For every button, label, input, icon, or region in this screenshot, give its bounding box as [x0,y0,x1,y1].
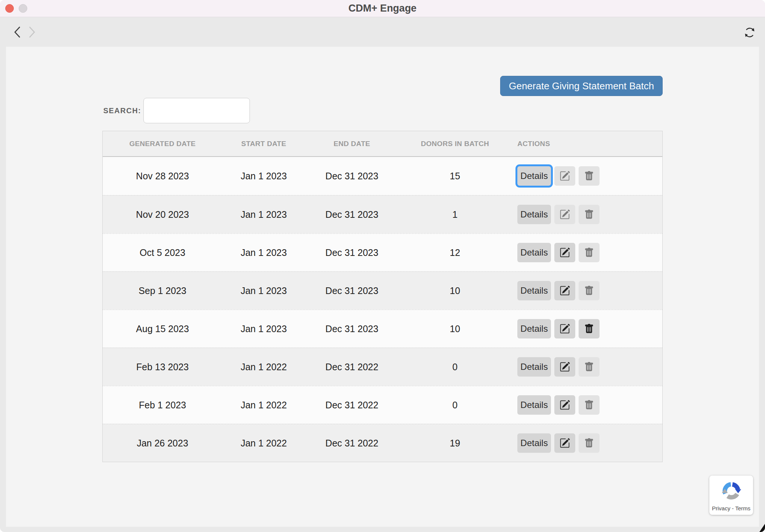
cell-start-date: Jan 1 2022 [222,400,305,411]
cell-end-date: Dec 31 2023 [305,247,399,258]
edit-button[interactable] [554,243,575,262]
details-button[interactable]: Details [517,357,551,377]
recaptcha-privacy-terms-links[interactable]: Privacy - Terms [712,505,750,511]
edit-button[interactable] [554,395,575,415]
cell-start-date: Jan 1 2023 [222,285,305,296]
cell-donors-in-batch: 15 [399,171,511,182]
table-row: Aug 15 2023Jan 1 2023Dec 31 202310Detail… [103,309,662,347]
navigation-toolbar [0,17,765,47]
cell-donors-in-batch: 10 [399,324,511,334]
edit-icon [560,438,570,448]
window-minimize-button[interactable] [19,4,27,13]
cell-generated-date: Aug 15 2023 [103,324,222,334]
delete-button[interactable] [579,243,600,262]
recaptcha-icon [721,480,742,502]
cell-donors-in-batch: 12 [399,247,511,258]
cell-donors-in-batch: 1 [399,209,511,220]
refresh-button[interactable] [743,25,757,40]
trash-icon [584,286,594,296]
table-row: Jan 26 2023Jan 1 2022Dec 31 202219Detail… [103,424,662,462]
cell-generated-date: Jan 26 2023 [103,438,222,449]
back-button[interactable] [12,25,23,40]
cell-start-date: Jan 1 2022 [222,438,305,449]
cell-actions: Details [511,205,662,224]
column-header-generated-date: GENERATED DATE [103,140,222,148]
details-button[interactable]: Details [517,319,551,338]
app-window: CDM+ Engage Generate Giving Statement Ba… [0,0,765,532]
cell-end-date: Dec 31 2023 [305,209,399,220]
cell-actions: Details [511,433,662,453]
edit-button[interactable] [554,281,575,300]
search-input[interactable] [143,98,250,123]
delete-button[interactable] [579,395,600,415]
window-close-button[interactable] [5,4,14,13]
edit-icon [560,247,570,258]
details-button[interactable]: Details [517,243,551,262]
cell-actions: Details [511,395,662,415]
cell-generated-date: Nov 20 2023 [103,209,222,220]
cell-end-date: Dec 31 2023 [305,171,399,182]
cell-end-date: Dec 31 2022 [305,362,399,372]
edit-icon [560,324,570,334]
delete-button[interactable] [579,205,600,224]
cell-actions: Details [511,281,662,300]
forward-button[interactable] [26,25,37,40]
cell-start-date: Jan 1 2022 [222,362,305,372]
cell-generated-date: Sep 1 2023 [103,285,222,296]
details-button[interactable]: Details [517,395,551,415]
details-button[interactable]: Details [517,166,551,186]
edit-button[interactable] [554,205,575,224]
delete-button[interactable] [579,281,600,300]
table-body: Nov 28 2023Jan 1 2023Dec 31 202315Detail… [103,157,662,462]
cell-donors-in-batch: 19 [399,438,511,449]
delete-button[interactable] [579,433,600,453]
search-label: SEARCH: [102,106,141,115]
edit-icon [560,362,570,372]
delete-button[interactable] [579,166,600,186]
trash-icon [584,362,594,372]
chevron-left-icon [15,27,20,37]
window-titlebar: CDM+ Engage [0,0,765,17]
cell-generated-date: Feb 13 2023 [103,362,222,372]
table-row: Feb 1 2023Jan 1 2022Dec 31 20220Details [103,386,662,424]
edit-button[interactable] [554,319,575,338]
cell-start-date: Jan 1 2023 [222,247,305,258]
details-button[interactable]: Details [517,281,551,300]
content-panel: Generate Giving Statement Batch SEARCH: … [6,47,759,527]
table-header-row: GENERATED DATE START DATE END DATE DONOR… [103,131,662,157]
cell-donors-in-batch: 0 [399,400,511,411]
trash-icon [584,210,594,219]
chevron-right-icon [30,27,34,37]
resize-cursor-artifact [759,524,765,532]
cell-end-date: Dec 31 2022 [305,438,399,449]
delete-button[interactable] [579,319,600,338]
table-row: Feb 13 2023Jan 1 2022Dec 31 20220Details [103,347,662,386]
trash-icon [584,400,594,410]
trash-icon [584,248,594,257]
details-button[interactable]: Details [517,205,551,224]
giving-statement-batches-table: GENERATED DATE START DATE END DATE DONOR… [102,131,663,462]
edit-icon [560,171,570,181]
column-header-actions: ACTIONS [511,140,662,148]
cell-generated-date: Nov 28 2023 [103,171,222,182]
cell-start-date: Jan 1 2023 [222,324,305,334]
table-row: Oct 5 2023Jan 1 2023Dec 31 202312Details [103,233,662,271]
trash-icon [584,438,594,448]
generate-giving-statement-batch-button[interactable]: Generate Giving Statement Batch [500,76,663,96]
edit-icon [560,285,570,296]
recaptcha-badge[interactable]: Privacy - Terms [709,476,753,515]
delete-button[interactable] [579,357,600,377]
trash-icon [584,324,594,334]
traffic-lights [5,0,27,17]
table-row: Nov 20 2023Jan 1 2023Dec 31 20231Details [103,195,662,233]
edit-icon [560,400,570,410]
column-header-end-date: END DATE [305,140,399,148]
edit-button[interactable] [554,166,575,186]
edit-button[interactable] [554,433,575,453]
cell-actions: Details [511,243,662,262]
cell-end-date: Dec 31 2023 [305,285,399,296]
cell-actions: Details [511,319,662,338]
cell-end-date: Dec 31 2022 [305,400,399,411]
edit-button[interactable] [554,357,575,377]
details-button[interactable]: Details [517,433,551,453]
